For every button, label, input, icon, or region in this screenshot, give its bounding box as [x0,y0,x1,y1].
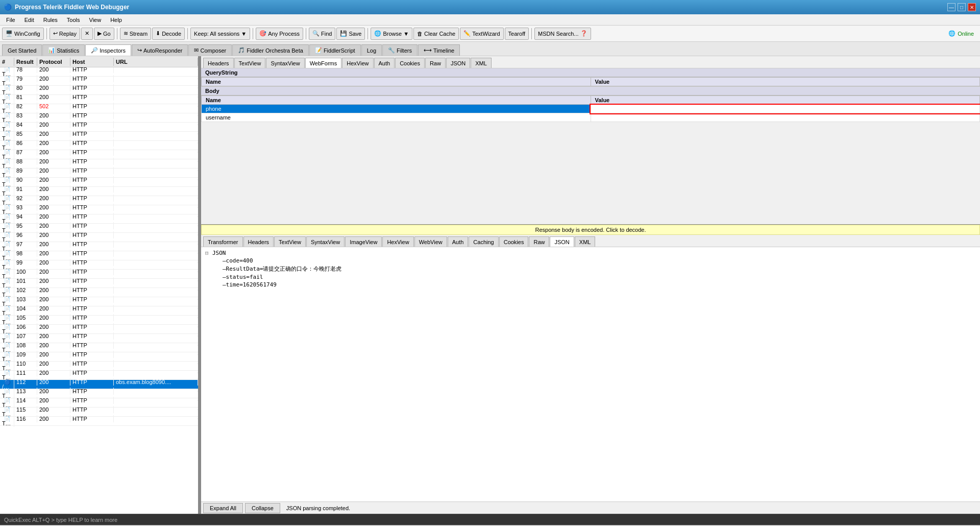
body-row[interactable]: phone [202,105,980,113]
quickexec-text: QuickExec ALT+Q > type HELP to learn mor… [4,517,117,523]
session-id: 88 [14,158,37,165]
response-encoded-bar[interactable]: Response body is encoded. Click to decod… [201,225,980,235]
tab-timeline[interactable]: ⟷ Timeline [418,44,460,56]
rtab-xml[interactable]: XML [471,58,492,68]
rtab-headers[interactable]: Headers [203,58,234,68]
resp-tab-xml[interactable]: XML [575,236,596,247]
resp-tab-syntaxview[interactable]: SyntaxView [306,236,345,247]
json-tree-area: ⊟JSON —code=400 —ResultData=请提交正确的口令：今晚打… [201,247,980,501]
resp-tab-auth[interactable]: Auth [448,236,469,247]
textwizard-button[interactable]: ✏️ TextWizard [460,28,503,40]
rtab-hexview[interactable]: HexView [342,58,373,68]
title-bar: 🔵 Progress Telerik Fiddler Web Debugger … [0,0,980,14]
session-result: 200 [37,277,70,284]
rtab-textview[interactable]: TextView [234,58,266,68]
clear-cache-button[interactable]: 🗑 Clear Cache [413,28,459,40]
session-row[interactable]: 📄116200HTTPTunnel to img-blog.csdnimg.cn… [0,417,198,426]
col-host[interactable]: Host [70,58,114,66]
resp-tab-webview[interactable]: WebView [414,236,447,247]
session-result: 502 [37,103,70,110]
expand-icon[interactable]: ⊟ [205,250,212,256]
col-url[interactable]: URL [114,58,198,66]
rtab-cookies[interactable]: Cookies [395,58,425,68]
col-number[interactable]: # [0,58,14,66]
resp-tab-textview[interactable]: TextView [274,236,306,247]
tab-inspectors[interactable]: 🔎 Inspectors [85,44,131,56]
msdn-search-button[interactable]: MSDN Search... ❓ [534,28,591,40]
resp-tab-headers[interactable]: Headers [243,236,274,247]
session-result: 200 [37,388,70,395]
app-title: Progress Telerik Fiddler Web Debugger [15,4,129,11]
tab-fiddlerscript[interactable]: 📝 FiddlerScript [309,44,361,56]
bottom-toolbar: Expand All Collapse JSON parsing complet… [201,501,980,514]
rtab-auth[interactable]: Auth [374,58,395,68]
session-host [114,400,198,401]
session-id: 90 [14,176,37,183]
tab-autoresponder[interactable]: ↪ AutoResponder [132,44,188,56]
session-result: 200 [37,360,70,367]
decode-button[interactable]: ⬇ Decode [152,28,185,40]
tab-filters[interactable]: 🔧 Filters [382,44,418,56]
session-result: 200 [37,314,70,321]
keep-dropdown[interactable]: Keep: All sessions ▼ [190,28,250,40]
session-protocol: HTTP [70,268,114,275]
col-result[interactable]: Result [14,58,37,66]
any-process-button[interactable]: 🎯 Any Process [256,28,303,40]
tab-log[interactable]: Log [361,44,382,56]
menu-file[interactable]: File [2,16,19,24]
rtab-syntaxview[interactable]: SyntaxView [266,58,304,68]
go-button[interactable]: ▶ Go [94,28,114,40]
autoresponder-icon: ↪ [137,47,142,54]
resp-tab-raw[interactable]: Raw [529,236,549,247]
resp-tab-transformer[interactable]: Transformer [203,236,243,247]
session-id: 114 [14,397,37,404]
querystring-section: QueryString Name Value [201,68,980,87]
minimize-button[interactable]: — [947,3,955,11]
stream-button[interactable]: ≋ Stream [120,28,151,40]
session-result: 200 [37,378,70,386]
resp-tab-caching[interactable]: Caching [469,236,498,247]
session-id: 78 [14,67,37,73]
resp-tab-cookies[interactable]: Cookies [499,236,529,247]
session-host [114,97,198,98]
browse-button[interactable]: 🌐 Browse ▼ [371,28,412,40]
json-key: —ResultData [223,266,260,272]
session-id: 101 [14,277,37,284]
rtab-json[interactable]: JSON [446,58,470,68]
find-button[interactable]: 🔍 Find [309,28,335,40]
save-button[interactable]: 💾 Save [336,28,365,40]
menu-edit[interactable]: Edit [20,16,38,24]
menu-help[interactable]: Help [106,16,126,24]
tab-get-started[interactable]: Get Started [2,44,42,56]
maximize-button[interactable]: □ [958,3,966,11]
resp-tab-imageview[interactable]: ImageView [345,236,382,247]
close-button[interactable]: ✕ [968,3,976,11]
col-protocol[interactable]: Protocol [37,58,70,66]
tab-fiddler-orchestra[interactable]: 🎵 Fiddler Orchestra Beta [232,44,309,56]
composer-icon: ✉ [194,47,199,54]
rtab-raw[interactable]: Raw [425,58,446,68]
session-host [114,216,198,217]
collapse-button[interactable]: Collapse [245,503,280,513]
menu-tools[interactable]: Tools [63,16,84,24]
session-protocol: HTTP [70,222,114,229]
body-value-cell [591,113,980,122]
resp-tab-hexview[interactable]: HexView [382,236,413,247]
replay-button[interactable]: ↩ Replay [50,28,80,40]
json-root[interactable]: ⊟JSON [205,249,976,257]
tab-composer[interactable]: ✉ Composer [188,44,232,56]
session-result: 200 [37,250,70,257]
session-protocol: HTTP [70,406,114,413]
body-row[interactable]: username [202,113,980,122]
tab-statistics[interactable]: 📊 Statistics [42,44,85,56]
tearoff-button[interactable]: Tearoff [505,28,529,40]
resp-tab-json[interactable]: JSON [550,236,574,247]
expand-all-button[interactable]: Expand All [203,503,243,513]
winconfig-button[interactable]: 🖥️ WinConfig [2,28,44,40]
menu-view[interactable]: View [85,16,106,24]
qs-col-value: Value [591,78,980,86]
rtab-webforms[interactable]: WebForms [305,58,342,68]
remove-button[interactable]: ✕ [81,28,93,40]
menu-rules[interactable]: Rules [39,16,62,24]
session-result: 200 [37,268,70,275]
